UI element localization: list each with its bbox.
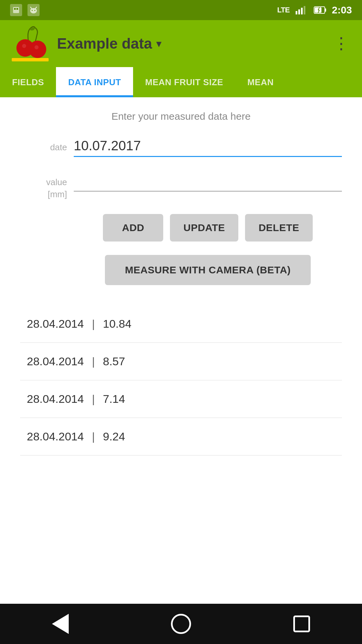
svg-rect-22 (12, 58, 49, 61)
lte-icon: LTE (277, 6, 290, 14)
status-bar-left (10, 4, 40, 16)
svg-rect-9 (298, 9, 300, 14)
data-date-4: 28.04.2014 (27, 430, 84, 443)
data-row[interactable]: 28.04.2014 | 10.84 (20, 305, 342, 343)
svg-point-3 (30, 8, 37, 13)
tab-data-input[interactable]: DATA INPUT (56, 67, 133, 97)
svg-rect-0 (13, 7, 19, 13)
recents-icon (293, 615, 310, 632)
data-value-1: 10.84 (103, 317, 131, 330)
value-input[interactable] (74, 170, 342, 192)
status-bar: LTE 2:03 (0, 0, 362, 20)
nav-home-button[interactable] (168, 610, 194, 637)
svg-rect-1 (14, 8, 16, 10)
app-logo (10, 25, 50, 62)
date-label: date (20, 141, 74, 153)
camera-button-container: MEASURE WITH CAMERA (BETA) (20, 255, 342, 285)
data-row[interactable]: 28.04.2014 | 9.24 (20, 418, 342, 455)
signal-icon (295, 5, 308, 15)
data-list: 28.04.2014 | 10.84 28.04.2014 | 8.57 28.… (20, 305, 342, 455)
data-row[interactable]: 28.04.2014 | 8.57 (20, 343, 342, 380)
battery-icon (314, 5, 326, 15)
status-bar-right: LTE 2:03 (277, 4, 352, 16)
svg-rect-2 (16, 8, 18, 10)
value-label: value [mm] (20, 176, 74, 201)
tab-mean-fruit-size[interactable]: MEAN FRUIT SIZE (133, 67, 235, 97)
svg-rect-13 (325, 8, 326, 12)
app-title: Example data (57, 35, 152, 52)
svg-line-6 (31, 7, 32, 8)
main-content: Enter your measured data here date value… (0, 97, 362, 469)
home-icon (171, 614, 191, 634)
camera-button[interactable]: MEASURE WITH CAMERA (BETA) (105, 255, 311, 285)
tab-mean[interactable]: MEAN (235, 67, 286, 97)
data-row[interactable]: 28.04.2014 | 7.14 (20, 380, 342, 418)
data-date-3: 28.04.2014 (27, 392, 84, 406)
svg-point-4 (32, 10, 33, 11)
nav-back-button[interactable] (47, 610, 74, 637)
svg-line-7 (36, 7, 37, 8)
svg-point-20 (29, 41, 46, 58)
data-separator-1: | (92, 317, 95, 330)
delete-button[interactable]: DELETE (245, 214, 312, 241)
app-title-container: Example data ▾ (57, 35, 330, 52)
svg-point-5 (35, 10, 36, 11)
value-field-container: value [mm] (20, 170, 342, 201)
more-menu-button[interactable]: ⋮ (330, 34, 352, 54)
data-separator-2: | (92, 355, 95, 368)
add-button[interactable]: ADD (103, 214, 163, 241)
svg-point-21 (35, 45, 39, 49)
tab-fields[interactable]: FIELDS (0, 67, 56, 97)
dropdown-arrow-icon[interactable]: ▾ (156, 37, 162, 50)
data-value-4: 9.24 (103, 430, 125, 443)
data-value-3: 7.14 (103, 392, 125, 406)
data-value-2: 8.57 (103, 355, 125, 368)
data-separator-4: | (92, 430, 95, 443)
data-separator-3: | (92, 392, 95, 406)
svg-point-19 (22, 44, 26, 48)
update-button[interactable]: UPDATE (170, 214, 238, 241)
time-display: 2:03 (332, 4, 352, 16)
date-input[interactable] (74, 136, 342, 157)
data-date-1: 28.04.2014 (27, 317, 84, 330)
svg-rect-10 (301, 8, 303, 14)
sim-icon (10, 4, 22, 16)
tab-bar: FIELDS DATA INPUT MEAN FRUIT SIZE MEAN (0, 67, 362, 97)
android-icon (27, 4, 40, 16)
action-buttons-row: ADD UPDATE DELETE (20, 214, 342, 241)
data-date-2: 28.04.2014 (27, 355, 84, 368)
date-field-container: date (20, 136, 342, 157)
svg-rect-8 (296, 11, 297, 14)
svg-rect-11 (304, 6, 305, 14)
app-bar: Example data ▾ ⋮ (0, 20, 362, 67)
back-icon (52, 614, 69, 634)
nav-recents-button[interactable] (288, 610, 315, 637)
section-title: Enter your measured data here (20, 111, 342, 122)
nav-bar (0, 604, 362, 644)
